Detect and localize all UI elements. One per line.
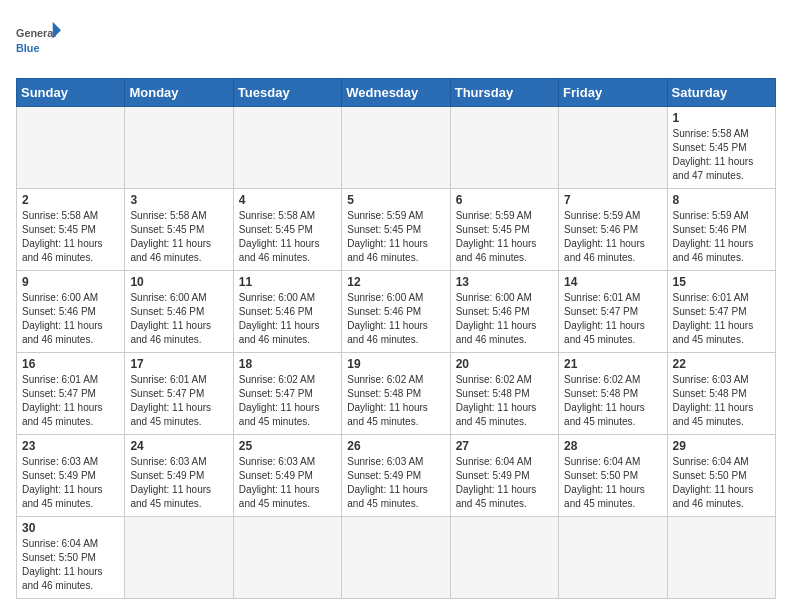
calendar-cell <box>667 517 775 599</box>
day-number: 8 <box>673 193 770 207</box>
calendar-cell: 29Sunrise: 6:04 AM Sunset: 5:50 PM Dayli… <box>667 435 775 517</box>
day-info: Sunrise: 6:02 AM Sunset: 5:48 PM Dayligh… <box>347 373 444 429</box>
calendar-cell: 15Sunrise: 6:01 AM Sunset: 5:47 PM Dayli… <box>667 271 775 353</box>
day-info: Sunrise: 5:58 AM Sunset: 5:45 PM Dayligh… <box>673 127 770 183</box>
day-number: 14 <box>564 275 661 289</box>
day-number: 26 <box>347 439 444 453</box>
day-info: Sunrise: 6:03 AM Sunset: 5:49 PM Dayligh… <box>347 455 444 511</box>
day-number: 18 <box>239 357 336 371</box>
day-info: Sunrise: 6:04 AM Sunset: 5:50 PM Dayligh… <box>673 455 770 511</box>
day-number: 29 <box>673 439 770 453</box>
calendar-cell <box>559 517 667 599</box>
header: General Blue <box>16 16 776 66</box>
calendar-cell: 23Sunrise: 6:03 AM Sunset: 5:49 PM Dayli… <box>17 435 125 517</box>
svg-marker-1 <box>53 22 61 39</box>
calendar-cell: 18Sunrise: 6:02 AM Sunset: 5:47 PM Dayli… <box>233 353 341 435</box>
day-info: Sunrise: 6:00 AM Sunset: 5:46 PM Dayligh… <box>239 291 336 347</box>
logo: General Blue <box>16 16 66 66</box>
day-info: Sunrise: 6:00 AM Sunset: 5:46 PM Dayligh… <box>456 291 553 347</box>
day-info: Sunrise: 6:00 AM Sunset: 5:46 PM Dayligh… <box>347 291 444 347</box>
svg-text:Blue: Blue <box>16 42 39 54</box>
day-info: Sunrise: 6:02 AM Sunset: 5:47 PM Dayligh… <box>239 373 336 429</box>
calendar-cell: 12Sunrise: 6:00 AM Sunset: 5:46 PM Dayli… <box>342 271 450 353</box>
calendar-cell: 19Sunrise: 6:02 AM Sunset: 5:48 PM Dayli… <box>342 353 450 435</box>
calendar-week-row: 9Sunrise: 6:00 AM Sunset: 5:46 PM Daylig… <box>17 271 776 353</box>
calendar-cell <box>342 517 450 599</box>
day-info: Sunrise: 6:02 AM Sunset: 5:48 PM Dayligh… <box>456 373 553 429</box>
day-number: 7 <box>564 193 661 207</box>
day-number: 1 <box>673 111 770 125</box>
day-info: Sunrise: 6:01 AM Sunset: 5:47 PM Dayligh… <box>673 291 770 347</box>
calendar-header-tuesday: Tuesday <box>233 79 341 107</box>
day-number: 30 <box>22 521 119 535</box>
day-info: Sunrise: 6:04 AM Sunset: 5:49 PM Dayligh… <box>456 455 553 511</box>
calendar-cell: 8Sunrise: 5:59 AM Sunset: 5:46 PM Daylig… <box>667 189 775 271</box>
day-info: Sunrise: 6:03 AM Sunset: 5:48 PM Dayligh… <box>673 373 770 429</box>
calendar-cell: 24Sunrise: 6:03 AM Sunset: 5:49 PM Dayli… <box>125 435 233 517</box>
day-info: Sunrise: 5:59 AM Sunset: 5:45 PM Dayligh… <box>456 209 553 265</box>
day-number: 22 <box>673 357 770 371</box>
calendar-cell <box>450 517 558 599</box>
svg-text:General: General <box>16 27 56 39</box>
calendar-week-row: 23Sunrise: 6:03 AM Sunset: 5:49 PM Dayli… <box>17 435 776 517</box>
day-info: Sunrise: 6:00 AM Sunset: 5:46 PM Dayligh… <box>130 291 227 347</box>
day-number: 2 <box>22 193 119 207</box>
calendar-cell: 14Sunrise: 6:01 AM Sunset: 5:47 PM Dayli… <box>559 271 667 353</box>
calendar-cell <box>233 517 341 599</box>
calendar-table: SundayMondayTuesdayWednesdayThursdayFrid… <box>16 78 776 599</box>
day-info: Sunrise: 6:03 AM Sunset: 5:49 PM Dayligh… <box>239 455 336 511</box>
calendar-cell: 26Sunrise: 6:03 AM Sunset: 5:49 PM Dayli… <box>342 435 450 517</box>
calendar-cell: 17Sunrise: 6:01 AM Sunset: 5:47 PM Dayli… <box>125 353 233 435</box>
day-number: 10 <box>130 275 227 289</box>
calendar-header-wednesday: Wednesday <box>342 79 450 107</box>
day-info: Sunrise: 5:58 AM Sunset: 5:45 PM Dayligh… <box>22 209 119 265</box>
calendar-cell <box>17 107 125 189</box>
day-number: 15 <box>673 275 770 289</box>
calendar-cell: 22Sunrise: 6:03 AM Sunset: 5:48 PM Dayli… <box>667 353 775 435</box>
calendar-cell: 10Sunrise: 6:00 AM Sunset: 5:46 PM Dayli… <box>125 271 233 353</box>
day-number: 13 <box>456 275 553 289</box>
day-info: Sunrise: 5:59 AM Sunset: 5:46 PM Dayligh… <box>673 209 770 265</box>
day-info: Sunrise: 6:03 AM Sunset: 5:49 PM Dayligh… <box>22 455 119 511</box>
day-info: Sunrise: 6:01 AM Sunset: 5:47 PM Dayligh… <box>564 291 661 347</box>
day-number: 27 <box>456 439 553 453</box>
day-info: Sunrise: 6:02 AM Sunset: 5:48 PM Dayligh… <box>564 373 661 429</box>
calendar-cell <box>233 107 341 189</box>
day-number: 25 <box>239 439 336 453</box>
day-number: 9 <box>22 275 119 289</box>
day-info: Sunrise: 6:04 AM Sunset: 5:50 PM Dayligh… <box>564 455 661 511</box>
day-number: 3 <box>130 193 227 207</box>
day-info: Sunrise: 5:58 AM Sunset: 5:45 PM Dayligh… <box>239 209 336 265</box>
calendar-header-sunday: Sunday <box>17 79 125 107</box>
calendar-cell <box>125 517 233 599</box>
calendar-cell <box>559 107 667 189</box>
calendar-cell: 13Sunrise: 6:00 AM Sunset: 5:46 PM Dayli… <box>450 271 558 353</box>
day-info: Sunrise: 5:59 AM Sunset: 5:45 PM Dayligh… <box>347 209 444 265</box>
generalblue-logo-icon: General Blue <box>16 16 66 66</box>
calendar-cell: 25Sunrise: 6:03 AM Sunset: 5:49 PM Dayli… <box>233 435 341 517</box>
calendar-cell: 1Sunrise: 5:58 AM Sunset: 5:45 PM Daylig… <box>667 107 775 189</box>
day-info: Sunrise: 6:04 AM Sunset: 5:50 PM Dayligh… <box>22 537 119 593</box>
day-info: Sunrise: 5:59 AM Sunset: 5:46 PM Dayligh… <box>564 209 661 265</box>
calendar-cell: 6Sunrise: 5:59 AM Sunset: 5:45 PM Daylig… <box>450 189 558 271</box>
day-number: 20 <box>456 357 553 371</box>
calendar-header-friday: Friday <box>559 79 667 107</box>
calendar-header-thursday: Thursday <box>450 79 558 107</box>
calendar-cell: 3Sunrise: 5:58 AM Sunset: 5:45 PM Daylig… <box>125 189 233 271</box>
day-info: Sunrise: 6:01 AM Sunset: 5:47 PM Dayligh… <box>22 373 119 429</box>
calendar-cell <box>342 107 450 189</box>
calendar-cell: 28Sunrise: 6:04 AM Sunset: 5:50 PM Dayli… <box>559 435 667 517</box>
calendar-cell: 20Sunrise: 6:02 AM Sunset: 5:48 PM Dayli… <box>450 353 558 435</box>
day-number: 6 <box>456 193 553 207</box>
day-info: Sunrise: 5:58 AM Sunset: 5:45 PM Dayligh… <box>130 209 227 265</box>
calendar-header-saturday: Saturday <box>667 79 775 107</box>
calendar-cell: 2Sunrise: 5:58 AM Sunset: 5:45 PM Daylig… <box>17 189 125 271</box>
day-number: 21 <box>564 357 661 371</box>
day-number: 5 <box>347 193 444 207</box>
day-number: 11 <box>239 275 336 289</box>
calendar-cell: 7Sunrise: 5:59 AM Sunset: 5:46 PM Daylig… <box>559 189 667 271</box>
calendar-cell: 27Sunrise: 6:04 AM Sunset: 5:49 PM Dayli… <box>450 435 558 517</box>
calendar-week-row: 16Sunrise: 6:01 AM Sunset: 5:47 PM Dayli… <box>17 353 776 435</box>
calendar-header-monday: Monday <box>125 79 233 107</box>
calendar-cell: 11Sunrise: 6:00 AM Sunset: 5:46 PM Dayli… <box>233 271 341 353</box>
